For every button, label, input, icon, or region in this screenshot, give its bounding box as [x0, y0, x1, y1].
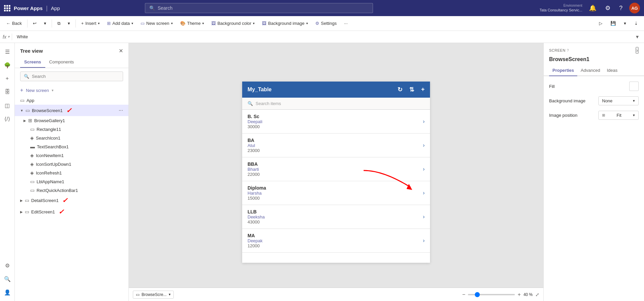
global-search-bar[interactable]: 🔍 [145, 3, 373, 13]
copy-dropdown[interactable]: ▾ [64, 19, 73, 28]
back-button[interactable]: ← Back [3, 19, 25, 28]
gallery-item-1[interactable]: BA Atul 23000 › [242, 134, 430, 157]
left-menu-icon[interactable]: ☰ [1, 46, 13, 58]
tree-search-icon: 🔍 [24, 74, 29, 79]
tree-search-input[interactable] [32, 74, 119, 79]
save-button[interactable]: 💾 [607, 19, 619, 28]
more-button[interactable]: ··· [341, 19, 351, 28]
browse-screen-more-icon[interactable]: ··· [119, 107, 123, 113]
canvas-sort-icon[interactable]: ⇅ [409, 86, 414, 93]
edit-checkmark: ✓ [58, 208, 64, 216]
image-position-select[interactable]: ⊞ Fit ▾ [598, 111, 639, 120]
left-search-icon[interactable]: 🔍 [1, 273, 13, 285]
toolbar-more2[interactable]: ⇣ [631, 19, 641, 28]
undo-dropdown[interactable]: ▾ [41, 19, 50, 28]
gallery-item-5-content: MA Deepak 12000 [248, 233, 423, 248]
background-color-chevron: ▾ [253, 21, 255, 25]
background-color-button[interactable]: 🖼 Background color ▾ [208, 19, 258, 28]
left-media-icon[interactable]: ◫ [1, 99, 13, 111]
gallery-item-3[interactable]: Diploma Harsha 15000 › [242, 181, 430, 205]
tree-search-box[interactable]: 🔍 [20, 71, 123, 81]
gallery-item-1-content: BA Atul 23000 [248, 138, 423, 153]
settings-toolbar-button[interactable]: ⚙ Settings [312, 19, 340, 28]
tab-ideas[interactable]: Ideas [603, 65, 621, 76]
gallery-item-4-title: LLB [248, 209, 423, 214]
left-code-icon[interactable]: ⟨/⟩ [1, 113, 13, 125]
tab-components[interactable]: Components [45, 57, 78, 68]
gallery-item-0[interactable]: B. Sc Deepali 30000 › [242, 110, 430, 134]
tree-item-icon-sort[interactable]: ◈ IconSortUpDown1 [15, 160, 128, 168]
left-tree-icon[interactable]: 🌳 [1, 59, 13, 71]
background-image-value: None [602, 98, 612, 103]
fill-color-swatch[interactable] [629, 82, 639, 91]
left-settings-icon[interactable]: ⚙ [1, 259, 13, 271]
canvas-search-bar[interactable]: 🔍 Search items [242, 98, 430, 110]
background-color-icon: 🖼 [211, 21, 216, 26]
right-panel-header: SCREEN ? › [544, 43, 644, 56]
gallery-item-5[interactable]: MA Deepak 12000 › [242, 229, 430, 253]
canvas-screen-indicator[interactable]: ▭ BrowseScre... ▾ [133, 291, 174, 299]
screen-help-icon[interactable]: ? [567, 48, 569, 52]
add-data-chevron: ▾ [131, 21, 133, 25]
theme-button[interactable]: 🎨 Theme ▾ [177, 19, 207, 28]
canvas-refresh-icon[interactable]: ↻ [397, 86, 402, 93]
global-search-input[interactable] [158, 5, 369, 11]
background-image-select[interactable]: None ▾ [598, 96, 639, 105]
tree-item-app[interactable]: ▭ App [15, 96, 128, 105]
undo-button[interactable]: ↩ [30, 19, 40, 28]
browse-screen-checkmark: ✓ [66, 106, 72, 114]
publish-button[interactable]: ▾ [621, 19, 630, 28]
background-image-button[interactable]: 🖼 Background image ▾ [259, 19, 311, 28]
browse-screen-icon: ▭ [25, 108, 30, 113]
canvas-add-icon[interactable]: + [421, 86, 425, 93]
tree-item-search-icon[interactable]: ◈ SearchIcon1 [15, 134, 128, 142]
canvas-header: My_Table ↻ ⇅ + [242, 82, 430, 98]
gallery-item-2[interactable]: BBA Bharti 22000 › [242, 157, 430, 181]
tree-close-button[interactable]: ✕ [119, 48, 123, 54]
gallery-item-5-chevron: › [423, 238, 425, 244]
preview-button[interactable]: ▷ [596, 19, 606, 28]
copy-button[interactable]: ⧉ [54, 19, 64, 28]
left-data-icon[interactable]: 🗄 [1, 86, 13, 98]
edit-expand-icon: ▶ [20, 210, 23, 214]
new-screen-tree-button[interactable]: + New screen ▾ [15, 85, 128, 96]
tree-item-text-search[interactable]: ▬ TextSearchBox1 [15, 142, 128, 151]
right-panel-screen-name: BrowseScreen1 [544, 56, 644, 65]
gallery-item-0-content: B. Sc Deepali 30000 [248, 114, 423, 129]
zoom-slider[interactable] [468, 294, 515, 295]
tree-item-browse-screen[interactable]: ▼ ▭ BrowseScreen1 ✓ ··· [15, 105, 128, 116]
app-grid-icon[interactable] [4, 5, 10, 11]
tree-item-gallery[interactable]: ▶ ⊞ BrowseGallery1 [15, 116, 128, 125]
tree-item-rect-quick[interactable]: ▭ RectQuickActionBar1 [15, 186, 128, 195]
formula-input[interactable] [14, 33, 631, 41]
help-button[interactable]: ? [617, 4, 625, 12]
left-insert-icon[interactable]: + [1, 72, 13, 85]
user-avatar[interactable]: AG [629, 3, 640, 13]
right-panel: SCREEN ? › BrowseScreen1 Properties Adva… [543, 43, 644, 301]
tab-properties[interactable]: Properties [549, 65, 577, 76]
settings-button[interactable]: ⚙ [603, 4, 612, 12]
formula-dropdown-icon[interactable]: ▾ [633, 34, 641, 40]
zoom-in-button[interactable]: + [518, 292, 521, 298]
back-icon: ← [6, 21, 10, 26]
tree-item-icon-new[interactable]: ◈ IconNewItem1 [15, 151, 128, 160]
tree-item-edit-screen[interactable]: ▶ ▭ EditScreen1 ✓ [15, 206, 128, 217]
toolbar-sep-3 [75, 19, 76, 28]
tab-advanced[interactable]: Advanced [577, 65, 603, 76]
zoom-out-button[interactable]: − [462, 292, 465, 298]
insert-button[interactable]: + Insert ▾ [78, 19, 103, 28]
image-position-value: Fit [616, 113, 621, 118]
tree-item-lbl-app[interactable]: ▭ LblAppName1 [15, 177, 128, 186]
gallery-item-4[interactable]: LLB Deeksha 43000 › [242, 205, 430, 229]
tree-item-rect[interactable]: ▭ Rectangle11 [15, 125, 128, 134]
left-account-icon[interactable]: 👤 [1, 286, 13, 298]
right-panel-expand-button[interactable]: › [636, 47, 639, 54]
notifications-button[interactable]: 🔔 [587, 4, 598, 12]
gallery-item-5-title: MA [248, 233, 423, 238]
tree-item-icon-refresh[interactable]: ◈ IconRefresh1 [15, 168, 128, 177]
tree-item-detail-screen[interactable]: ▶ ▭ DetailScreen1 ✓ [15, 195, 128, 206]
add-data-button[interactable]: ⊞ Add data ▾ [104, 19, 137, 28]
new-screen-button[interactable]: ▭ New screen ▾ [137, 19, 176, 28]
tab-screens[interactable]: Screens [20, 57, 45, 68]
zoom-expand-button[interactable]: ⤢ [535, 292, 539, 297]
